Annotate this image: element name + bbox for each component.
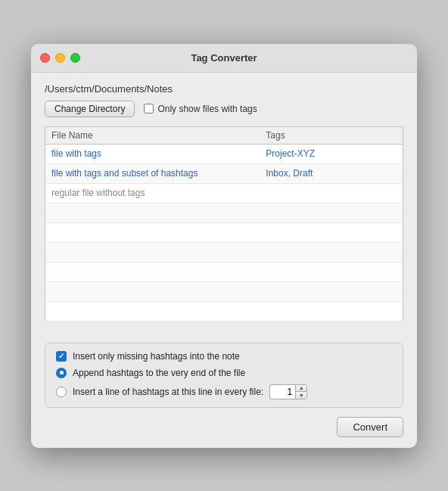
file-name-cell	[45, 262, 260, 281]
option-append-row: Append hashtags to the very end of the f…	[56, 368, 392, 378]
file-name-cell: file with tags and subset of hashtags	[45, 163, 260, 183]
append-radio[interactable]	[56, 368, 67, 378]
maximize-button[interactable]	[70, 53, 80, 63]
only-show-text: Only show files with tags	[157, 104, 257, 114]
main-window: Tag Converter /Users/ctm/Documents/Notes…	[31, 44, 417, 448]
line-number-wrapper: ▲ ▼	[269, 384, 307, 399]
window-title: Tag Converter	[191, 52, 257, 64]
change-directory-button[interactable]: Change Directory	[45, 101, 135, 117]
only-show-label[interactable]: Only show files with tags	[144, 104, 257, 114]
table-row	[45, 203, 403, 222]
bottom-bar: Convert	[31, 408, 417, 448]
append-label: Append hashtags to the very end of the f…	[73, 368, 245, 378]
option-insert-line-row: Insert a line of hashtags at this line i…	[56, 384, 392, 399]
file-tags-cell: Inbox, Draft	[260, 163, 403, 183]
convert-button[interactable]: Convert	[337, 417, 403, 437]
file-tags-cell	[260, 242, 403, 262]
options-section: Insert only missing hashtags into the no…	[45, 343, 403, 408]
table-header-row: File Name Tags	[45, 126, 403, 144]
line-number-stepper: ▲ ▼	[295, 384, 307, 399]
file-name-cell	[45, 222, 260, 242]
content-area: /Users/ctm/Documents/Notes Change Direct…	[31, 73, 417, 332]
file-name-cell	[45, 242, 260, 262]
col-tags-header: Tags	[260, 126, 403, 144]
options-container: Insert only missing hashtags into the no…	[31, 343, 417, 408]
close-button[interactable]	[40, 53, 50, 63]
insert-line-label: Insert a line of hashtags at this line i…	[73, 387, 263, 397]
file-name-cell	[45, 301, 260, 321]
current-path: /Users/ctm/Documents/Notes	[45, 83, 403, 95]
insert-missing-label: Insert only missing hashtags into the no…	[73, 351, 240, 362]
only-show-checkbox[interactable]	[144, 104, 154, 113]
option-insert-missing-row: Insert only missing hashtags into the no…	[56, 351, 392, 362]
file-tags-cell	[260, 301, 403, 321]
file-tags-cell	[260, 262, 403, 281]
line-number-input[interactable]	[269, 384, 295, 399]
table-row	[45, 242, 403, 262]
file-tags-cell	[260, 183, 403, 203]
table-row	[45, 281, 403, 301]
table-row[interactable]: file with tagsProject-XYZ	[45, 144, 403, 163]
file-tags-cell	[260, 203, 403, 222]
insert-missing-checkbox[interactable]	[56, 351, 67, 362]
table-row[interactable]: file with tags and subset of hashtagsInb…	[45, 163, 403, 183]
col-filename-header: File Name	[45, 126, 260, 144]
toolbar-row: Change Directory Only show files with ta…	[45, 101, 403, 117]
table-row[interactable]: regular file without tags	[45, 183, 403, 203]
minimize-button[interactable]	[55, 53, 65, 63]
file-name-cell	[45, 281, 260, 301]
stepper-down-button[interactable]: ▼	[296, 392, 306, 399]
traffic-lights	[40, 53, 80, 63]
file-tags-cell	[260, 222, 403, 242]
table-row	[45, 222, 403, 242]
file-table: File Name Tags file with tagsProject-XYZ…	[45, 126, 403, 322]
file-tags-cell: Project-XYZ	[260, 144, 403, 163]
table-row	[45, 301, 403, 321]
file-name-cell	[45, 203, 260, 222]
stepper-up-button[interactable]: ▲	[296, 385, 306, 392]
file-name-cell: file with tags	[45, 144, 260, 163]
insert-line-radio[interactable]	[56, 387, 67, 397]
table-row	[45, 262, 403, 281]
titlebar: Tag Converter	[31, 44, 417, 73]
file-name-cell: regular file without tags	[45, 183, 260, 203]
file-tags-cell	[260, 281, 403, 301]
